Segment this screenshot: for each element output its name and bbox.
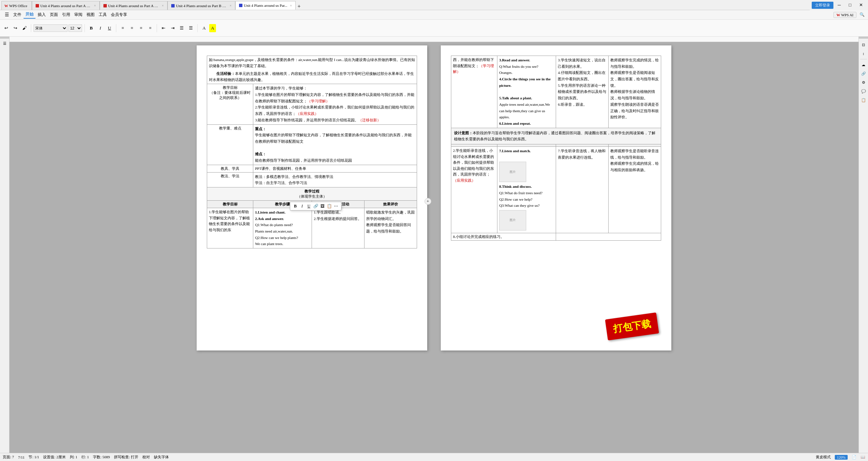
minimize-btn[interactable]: ─ bbox=[834, 0, 844, 10]
close-btn[interactable]: ✕ bbox=[856, 0, 866, 10]
toolbar-format-painter[interactable]: 🖌 bbox=[20, 24, 28, 32]
tab-3[interactable]: Unit 4 Plants around us Part B Le... × bbox=[167, 1, 235, 10]
status-location: 设置值: 2厘米 bbox=[43, 455, 65, 460]
key-points-label: 教学重、难点 bbox=[207, 124, 253, 165]
view-read-icon[interactable]: 📖 bbox=[861, 455, 865, 459]
status-view-mode[interactable]: 黄皮模式 bbox=[816, 455, 831, 460]
menu-file[interactable]: 文件 bbox=[11, 11, 23, 18]
add-row-btn[interactable]: + bbox=[425, 198, 431, 205]
tab-1-close[interactable]: × bbox=[94, 4, 96, 7]
sidebar-sep bbox=[860, 59, 867, 59]
right-row2-eval: 教师观察学生是否能听录音连线，给与指导和鼓励。 教师观察学生完成的情况，给与相应… bbox=[609, 146, 661, 233]
search-btn[interactable]: 🔍 bbox=[859, 12, 865, 18]
left-sidebar: ☰ bbox=[0, 39, 9, 453]
sidebar-btn-5[interactable]: 📋 bbox=[860, 97, 867, 103]
materials-content: PPT课件、音视频材料、任务单 bbox=[253, 165, 417, 172]
align-center-btn[interactable]: ≡ bbox=[128, 24, 136, 32]
menu-review[interactable]: 审阅 bbox=[72, 11, 84, 18]
bottom-note: 8.小组讨论并完成相应的练习。 bbox=[451, 233, 556, 241]
process-header: 教学过程（体现学生主体） bbox=[207, 187, 417, 201]
download-watermark-btn[interactable]: 打包下载 bbox=[605, 313, 659, 341]
tab-4-active[interactable]: Unit 4 Plants around us Par... × bbox=[235, 1, 296, 10]
view-normal-icon[interactable]: 📄 bbox=[852, 455, 856, 459]
row1-evaluation: 唱歌能激发学生的兴趣，巩固所学的动物词汇。 教师观察学生是否能回答问题，给与指导… bbox=[364, 208, 417, 248]
bold-btn[interactable]: B bbox=[87, 24, 95, 32]
color-btn[interactable]: A bbox=[200, 24, 208, 32]
status-bar: 页面: 7 7/11 节: 1/1 设置值: 2厘米 列: 1 行: 1 字数:… bbox=[0, 453, 868, 461]
horizontal-ruler bbox=[9, 37, 859, 42]
status-column: 列: 1 bbox=[70, 455, 77, 460]
align-justify-btn[interactable]: ≡ bbox=[146, 24, 154, 32]
sidebar-btn-1[interactable]: ☁ bbox=[860, 61, 867, 68]
tab-2-close[interactable]: × bbox=[162, 4, 164, 7]
right-col-obj bbox=[451, 144, 497, 146]
number-list-btn[interactable]: ☰ bbox=[187, 24, 195, 32]
col-header-objective: 教学目标 bbox=[207, 201, 253, 208]
status-zoom-btn[interactable]: 120% bbox=[835, 455, 848, 460]
tab-4-label: Unit 4 Plants around us Par... bbox=[244, 3, 287, 7]
right-col-steps bbox=[497, 144, 556, 146]
tab-1[interactable]: Unit 4 Plants around us Part A Le... × bbox=[32, 1, 100, 10]
sidebar-btn-4[interactable]: 💬 bbox=[860, 88, 867, 95]
menu-view[interactable]: 视图 bbox=[84, 11, 97, 18]
align-left-btn[interactable]: ≡ bbox=[119, 24, 127, 32]
restore-btn[interactable]: □ bbox=[845, 0, 855, 10]
tab-2[interactable]: Unit 4 Plants around us Part A Le... × bbox=[100, 1, 167, 10]
menu-reference[interactable]: 引用 bbox=[60, 11, 72, 18]
tab-4-close[interactable]: × bbox=[290, 4, 292, 7]
highlight-btn[interactable]: A bbox=[209, 24, 216, 32]
toolbar-sep-3 bbox=[116, 24, 116, 32]
sidebar-navigate[interactable]: ↕ bbox=[860, 50, 867, 57]
menu-tools[interactable]: 工具 bbox=[97, 11, 109, 18]
objectives-content: 通过本节课的学习，学生能够： 1.学生能够在图片的帮助下理解短文内容，了解植物生… bbox=[253, 84, 417, 124]
wps-ai-btn[interactable]: W WPS AI bbox=[833, 12, 856, 18]
fmenu-image[interactable]: 🖼 bbox=[319, 203, 326, 209]
menu-page[interactable]: 页面 bbox=[48, 11, 60, 18]
indent-increase-btn[interactable]: ⇥ bbox=[169, 24, 177, 32]
right-row2-steps: 7.Listen and match. 图片 8.Think and discu… bbox=[497, 146, 556, 233]
font-size-select[interactable]: 12 bbox=[68, 24, 82, 32]
sidebar-fit-page[interactable]: ⊡ bbox=[860, 41, 867, 48]
status-font: 缺失字体 bbox=[154, 455, 169, 460]
right-row1-activities: 3.学生快速阅读短文，说出自己看到的水果。 4.仔细阅读配图短文，圈出在图片中看… bbox=[556, 56, 609, 128]
toolbar-redo[interactable]: ↪ bbox=[11, 24, 19, 32]
login-button[interactable]: 立即登录 bbox=[812, 2, 833, 9]
sidebar-expand[interactable]: ☰ bbox=[1, 40, 8, 47]
toolbar-undo[interactable]: ↩ bbox=[2, 24, 10, 32]
methods-label: 教法、学法 bbox=[207, 172, 253, 187]
fmenu-link[interactable]: 🔗 bbox=[313, 203, 319, 209]
menu-home[interactable]: 开始 bbox=[23, 11, 36, 19]
status-proofread[interactable]: 校对 bbox=[142, 455, 150, 460]
fmenu-more[interactable]: ⋯ bbox=[333, 203, 339, 209]
bullet-list-btn[interactable]: ☰ bbox=[178, 24, 186, 32]
right-row2-activities: 7.学生听录音连线，将人物和喜爱的水果进行连线。 bbox=[556, 146, 609, 233]
font-family-select[interactable]: 宋体 bbox=[34, 24, 67, 32]
design-note-1: 设计意图：本阶段的学习旨在帮助学生学习理解语篇内容，通过看图回答问题、阅读圈出答… bbox=[451, 128, 661, 144]
new-tab-btn[interactable]: + bbox=[296, 3, 302, 10]
right-row1-eval: 教师观察学生完成的情况，给与指导和鼓励。 教师观察学生是否能阅读短文，圈出答案，… bbox=[609, 56, 661, 128]
italic-btn[interactable]: I bbox=[96, 24, 104, 32]
right-col-act bbox=[556, 144, 609, 146]
menu-insert[interactable]: 插入 bbox=[36, 11, 48, 18]
status-section: 节: 1/1 bbox=[28, 455, 39, 460]
hamburger-menu[interactable]: ☰ bbox=[3, 11, 11, 18]
menu-member[interactable]: 会员专享 bbox=[109, 11, 129, 18]
tab-4-icon bbox=[239, 4, 242, 7]
fmenu-copy[interactable]: 📋 bbox=[326, 203, 332, 209]
align-right-btn[interactable]: ≡ bbox=[137, 24, 145, 32]
life-experience-text: 生活经验：本单元的主题是水果，植物相关，内容贴近学生生活实际，而且在学习字母时已… bbox=[209, 71, 415, 83]
underline-btn[interactable]: U bbox=[105, 24, 114, 32]
sidebar-btn-3[interactable]: ⚙ bbox=[860, 79, 867, 86]
indent-decrease-btn[interactable]: ⇤ bbox=[159, 24, 167, 32]
wps-logo-tab[interactable]: W WPS Office bbox=[1, 1, 32, 10]
sidebar-btn-2[interactable]: 🔗 bbox=[860, 70, 867, 77]
toolbar-sep-4 bbox=[157, 24, 157, 32]
fmenu-bold[interactable]: B bbox=[292, 203, 298, 209]
tab-3-close[interactable]: × bbox=[230, 4, 232, 7]
row1-activities: 1.学生跟唱歌谣。 2.学生根据老师的提问回答。 bbox=[312, 208, 364, 248]
fmenu-underline[interactable]: U bbox=[306, 203, 312, 209]
fmenu-italic[interactable]: I bbox=[299, 203, 305, 209]
right-row1-steps: 3.Read and answer. Q:What fruits do you … bbox=[497, 56, 556, 128]
row1-objective: 1.学生能够在图片的帮助下理解短文内容，了解植物生长需要的条件以及能给与我们的东 bbox=[207, 208, 253, 248]
materials-label: 教具、学具 bbox=[207, 165, 253, 172]
